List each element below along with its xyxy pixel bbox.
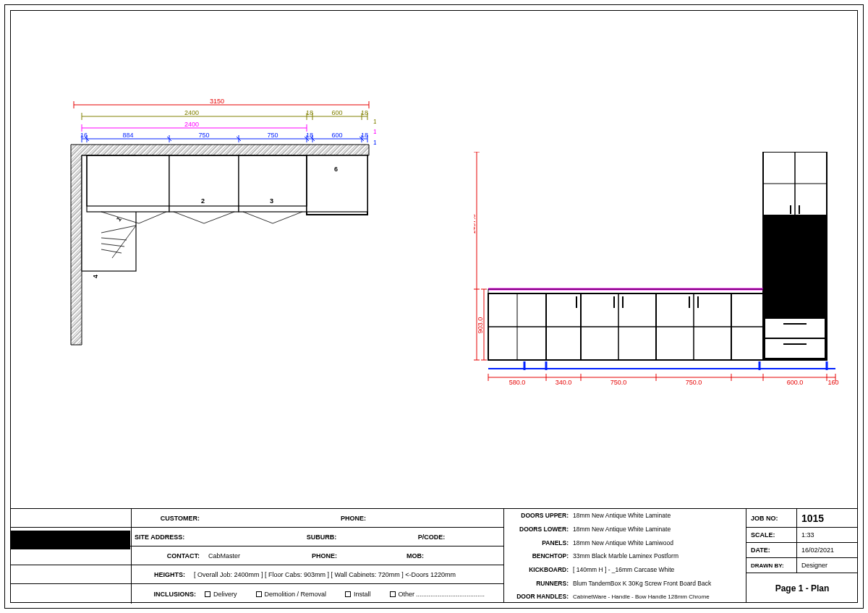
svg-text:750.0: 750.0 [610,379,627,386]
svg-text:18: 18 [306,109,313,116]
checkbox-icon [390,591,396,597]
page-label: Page 1 - Plan [746,573,858,603]
svg-text:903.0: 903.0 [477,317,484,334]
svg-text:160: 160 [827,379,838,386]
svg-text:600: 600 [331,132,342,139]
svg-text:18: 18 [361,109,368,116]
checkbox-icon [345,591,351,597]
svg-text:750: 750 [267,132,278,139]
jobno-label: JOB NO: [746,509,797,527]
svg-text:580.0: 580.0 [509,379,526,386]
svg-text:600: 600 [331,109,342,116]
svg-text:3: 3 [270,197,273,205]
jobno-value: 1015 [797,509,858,527]
svg-text:114: 114 [373,118,376,125]
svg-text:6: 6 [334,166,338,173]
svg-text:2400: 2400 [184,109,199,116]
svg-text:16: 16 [80,132,88,139]
checkbox-icon [256,591,262,597]
svg-text:750: 750 [198,132,209,139]
svg-text:2400: 2400 [184,121,199,128]
svg-text:340.0: 340.0 [556,379,572,386]
svg-text:1497.0: 1497.0 [474,214,477,234]
elevation-view: 1497.0 903.0 [474,152,839,390]
svg-rect-53 [307,155,367,212]
svg-text:600.0: 600.0 [787,379,804,386]
svg-text:4: 4 [92,275,99,278]
plan-view: 3150 2400 18 600 18 114 2400 114 [58,99,376,374]
svg-text:18: 18 [361,132,368,139]
svg-rect-76 [765,318,825,338]
svg-rect-75 [765,217,825,317]
svg-text:3150: 3150 [210,99,224,105]
title-block: JOB NO:1015 SCALE:1:33 DATE:16/02/2021 D… [10,508,858,603]
svg-rect-77 [765,338,825,359]
svg-text:114: 114 [373,128,376,135]
svg-text:114: 114 [373,139,376,146]
svg-rect-49 [87,155,169,212]
svg-text:2: 2 [201,197,205,205]
checkbox-icon [205,591,210,597]
svg-text:750.0: 750.0 [686,379,702,386]
svg-text:18: 18 [306,132,313,139]
svg-text:884: 884 [122,132,133,139]
